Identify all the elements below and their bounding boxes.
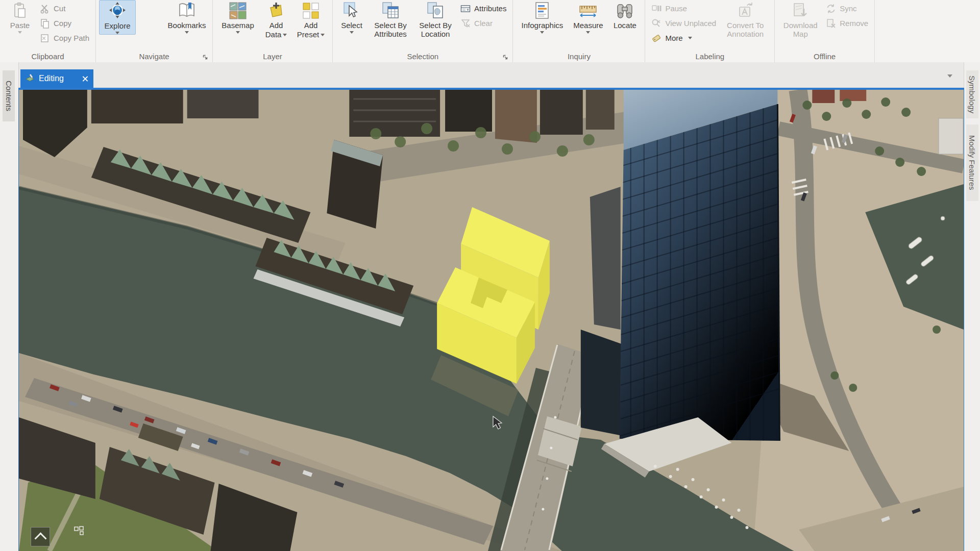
infographics-label: Infographics	[522, 21, 564, 30]
caret-down-icon	[350, 31, 354, 34]
measure-ruler-icon	[579, 2, 597, 20]
paste-icon	[11, 2, 29, 20]
add-preset-button[interactable]: Add Preset	[292, 0, 329, 39]
bookmarks-button[interactable]: Bookmarks	[164, 0, 209, 34]
dialog-launcher-icon[interactable]	[502, 53, 508, 62]
caret-down-icon	[540, 31, 544, 34]
ribbon-group-labeling: Pause View Unplaced More	[645, 0, 775, 62]
explore-button[interactable]: Explore	[99, 0, 136, 35]
remove-button[interactable]: Remove	[823, 16, 871, 31]
sync-button[interactable]: Sync	[823, 1, 871, 16]
basemap-label: Basemap	[222, 21, 254, 30]
left-dock-rail: Contents	[0, 62, 19, 551]
copy-path-label: Copy Path	[54, 34, 89, 42]
attributes-icon	[460, 4, 471, 14]
select-by-location-icon	[426, 2, 445, 20]
copy-icon	[40, 18, 50, 29]
contents-pane-tab[interactable]: Contents	[3, 70, 15, 121]
ribbon-group-offline: Download Map Sync Remove	[775, 0, 875, 62]
select-by-location-button[interactable]: Select By Location	[413, 0, 457, 38]
measure-button[interactable]: Measure	[568, 0, 608, 34]
select-label: Select	[341, 21, 362, 30]
paste-button[interactable]: Paste	[3, 0, 37, 34]
copy-path-button[interactable]: Copy Path	[37, 31, 92, 45]
measure-label: Measure	[573, 21, 603, 30]
ribbon-group-layer: Basemap Add Data Add Prese	[213, 0, 333, 62]
view-tab-editing[interactable]: Editing	[20, 69, 93, 88]
clipboard-group-label: Clipboard	[3, 52, 92, 62]
locate-binoculars-icon	[616, 2, 634, 20]
attributes-label: Attributes	[474, 4, 506, 13]
infographics-icon	[533, 2, 551, 20]
chevron-up-icon	[34, 532, 46, 544]
caret-down-icon	[586, 31, 590, 34]
ribbon-group-selection: Select Select By Attributes Select By Lo…	[333, 0, 513, 62]
navigate-group-label: Navigate	[99, 52, 209, 62]
convert-to-annotation-label: Convert To Annotation	[721, 21, 769, 38]
download-map-icon	[791, 2, 810, 20]
ribbon-group-navigate: Explore	[96, 0, 213, 62]
convert-to-annotation-icon	[736, 2, 754, 20]
pause-labeling-button[interactable]: Pause	[648, 1, 719, 16]
basemap-button[interactable]: Basemap	[216, 0, 260, 34]
attributes-button[interactable]: Attributes	[457, 1, 509, 16]
offline-group-label: Offline	[778, 52, 871, 62]
map-3d-scene[interactable]	[19, 90, 964, 551]
add-data-label: Add Data	[265, 21, 283, 39]
add-data-icon	[267, 2, 285, 20]
select-button[interactable]: Select	[336, 0, 368, 34]
caret-down-icon	[283, 34, 287, 36]
infographics-button[interactable]: Infographics	[516, 0, 568, 34]
add-preset-label: Add Preset	[297, 21, 319, 39]
caret-down-icon	[321, 34, 325, 36]
label-tag-icon	[651, 33, 662, 43]
select-by-attributes-label: Select By Attributes	[370, 21, 411, 38]
feature-handles-marker	[74, 526, 87, 538]
inquiry-group-label: Inquiry	[516, 52, 642, 62]
cut-label: Cut	[54, 4, 65, 13]
overview-expand-button[interactable]	[31, 527, 50, 546]
download-map-button[interactable]: Download Map	[778, 0, 823, 38]
dialog-launcher-icon[interactable]	[202, 53, 208, 62]
view-unplaced-label: View Unplaced	[665, 19, 716, 28]
scissors-icon	[40, 4, 50, 14]
convert-to-annotation-button[interactable]: Convert To Annotation	[719, 0, 771, 38]
copy-button[interactable]: Copy	[37, 16, 92, 31]
caret-down-icon	[115, 32, 119, 34]
remove-icon	[826, 18, 836, 29]
bookmarks-label: Bookmarks	[168, 21, 206, 30]
labeling-group-label: Labeling	[648, 52, 771, 62]
symbology-pane-tab[interactable]: Symbology	[966, 70, 978, 118]
view-unplaced-icon	[651, 18, 662, 29]
pause-icon	[651, 4, 662, 14]
arcgis-pro-window: Paste Cut Copy	[0, 0, 980, 551]
sync-icon	[826, 4, 836, 14]
view-tab-strip: Editing	[0, 62, 980, 88]
clear-selection-button[interactable]: Clear	[457, 16, 509, 31]
map-view[interactable]	[18, 88, 964, 551]
bookmarks-book-icon	[178, 2, 196, 20]
copy-label: Copy	[54, 19, 71, 28]
editing-scene-icon	[26, 73, 34, 84]
select-by-attributes-button[interactable]: Select By Attributes	[368, 0, 413, 38]
cut-button[interactable]: Cut	[37, 1, 92, 16]
clear-selection-label: Clear	[474, 19, 493, 28]
more-labeling-button[interactable]: More	[648, 31, 719, 45]
add-data-button[interactable]: Add Data	[260, 0, 292, 39]
locate-button[interactable]: Locate	[608, 0, 642, 30]
basemap-tiles-icon	[229, 2, 247, 20]
right-dock-rail: Symbology Modify Features	[964, 62, 980, 551]
ribbon: Paste Cut Copy	[0, 0, 980, 63]
close-icon[interactable]	[82, 76, 88, 82]
layer-group-label: Layer	[216, 52, 329, 62]
ribbon-group-inquiry: Infographics Measure Locate In	[513, 0, 645, 62]
copy-path-icon	[40, 33, 50, 43]
paste-label: Paste	[10, 21, 30, 30]
view-unplaced-button[interactable]: View Unplaced	[648, 16, 719, 31]
clear-selection-icon	[460, 18, 471, 29]
view-options-caret-icon[interactable]	[947, 74, 952, 78]
modify-features-pane-tab[interactable]: Modify Features	[966, 124, 978, 201]
selection-group-label: Selection	[336, 52, 509, 62]
select-by-attributes-icon	[381, 2, 400, 20]
download-map-label: Download Map	[780, 21, 821, 38]
